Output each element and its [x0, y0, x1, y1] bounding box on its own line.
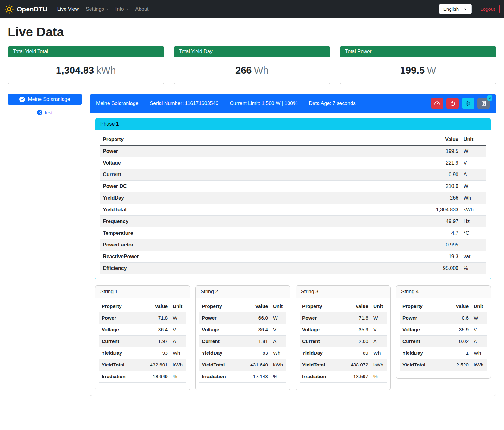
- device-info-button[interactable]: [462, 98, 474, 109]
- header-value: Value: [420, 134, 461, 146]
- nav-live-view[interactable]: Live View: [54, 4, 82, 15]
- string-body: Property Value Unit Power71.8WVoltage36.…: [95, 298, 190, 390]
- nav-live-view-label: Live View: [57, 6, 79, 12]
- row-value: 17.143: [246, 371, 271, 383]
- row-unit: °C: [461, 227, 486, 239]
- row-value: 35.9: [447, 324, 471, 336]
- total-yield-total-card: Total Yield Total 1,304.83kWh: [8, 46, 164, 84]
- inverter-panel: Meine Solaranlage Serial Number: 1161716…: [90, 94, 496, 396]
- table-row: YieldDay83Wh: [199, 347, 286, 359]
- row-unit: W: [271, 312, 286, 324]
- row-unit: W: [461, 181, 486, 192]
- row-value: 49.97: [420, 216, 461, 227]
- header-property: Property: [100, 134, 420, 146]
- row-property: YieldDay: [99, 347, 146, 359]
- table-header-row: Property Value Unit: [300, 301, 387, 312]
- phase-title: Phase 1: [95, 118, 491, 130]
- row-unit: Wh: [461, 192, 486, 204]
- table-row: Current1.81A: [199, 336, 286, 347]
- row-value: 4.7: [420, 227, 461, 239]
- nav-info[interactable]: Info: [112, 4, 132, 15]
- table-row: Voltage221.9V: [100, 157, 486, 169]
- string-card-3: String 3 Property Value Unit: [296, 285, 391, 390]
- table-row: YieldTotal431.640kWh: [199, 359, 286, 371]
- header-value: Value: [347, 301, 371, 312]
- brand-label: OpenDTU: [17, 5, 47, 13]
- table-row: PowerFactor0.995: [100, 239, 486, 251]
- row-property: YieldDay: [400, 347, 447, 359]
- limit-settings-button[interactable]: [431, 98, 443, 109]
- header-unit: Unit: [170, 301, 186, 312]
- string-title: String 1: [95, 286, 190, 298]
- nav-about[interactable]: About: [132, 4, 152, 15]
- nav-settings[interactable]: Settings: [82, 4, 112, 15]
- row-property: YieldTotal: [300, 359, 347, 371]
- table-header-row: Property Value Unit: [100, 134, 486, 146]
- string-title: String 2: [196, 286, 290, 298]
- header-unit: Unit: [461, 134, 486, 146]
- row-unit: Wh: [170, 347, 186, 359]
- header-value: Value: [447, 301, 471, 312]
- table-row: Efficiency95.000%: [100, 263, 486, 274]
- row-property: Temperature: [100, 227, 420, 239]
- caret-down-icon: [126, 9, 128, 10]
- row-unit: V: [371, 324, 387, 336]
- table-row: YieldTotal432.601kWh: [99, 359, 186, 371]
- row-unit: A: [461, 169, 486, 181]
- main-row: Meine Solaranlage test Meine Solaranlage…: [8, 94, 496, 396]
- row-unit: A: [271, 336, 286, 347]
- phase-table: Property Value Unit Power199.5WVoltage22…: [100, 134, 486, 274]
- total-yield-day-card: Total Yield Day 266Wh: [174, 46, 330, 84]
- table-row: Irradiation18.597%: [300, 371, 387, 383]
- table-row: Irradiation17.143%: [199, 371, 286, 383]
- header-unit: Unit: [271, 301, 286, 312]
- caret-down-icon: [106, 9, 109, 10]
- row-value: 1: [447, 347, 471, 359]
- sidebar-item-inverter-selected[interactable]: Meine Solaranlage: [8, 94, 82, 105]
- header-unit: Unit: [371, 301, 387, 312]
- row-value: 2.00: [347, 336, 371, 347]
- table-row: Voltage36.4V: [199, 324, 286, 336]
- table-row: YieldTotal1,304.833kWh: [100, 204, 486, 216]
- string-body: Property Value Unit Power0.6WVoltage35.9…: [396, 298, 491, 378]
- row-property: YieldDay: [100, 192, 420, 204]
- header-value: Value: [146, 301, 170, 312]
- string-card-1: String 1 Property Value Unit: [95, 285, 190, 390]
- row-value: 0.90: [420, 169, 461, 181]
- table-row: YieldTotal2.520kWh: [400, 359, 487, 371]
- row-value: 0.6: [447, 312, 471, 324]
- page-content: Live Data Total Yield Total 1,304.83kWh …: [0, 18, 504, 404]
- brand-link[interactable]: OpenDTU: [4, 4, 47, 14]
- power-toggle-button[interactable]: [446, 98, 459, 109]
- header-property: Property: [99, 301, 146, 312]
- row-unit: W: [170, 312, 186, 324]
- table-row: Power199.5W: [100, 146, 486, 157]
- language-value: English: [443, 6, 459, 12]
- row-value: 0.02: [447, 336, 471, 347]
- row-unit: V: [461, 157, 486, 169]
- language-select[interactable]: English: [439, 4, 472, 14]
- total-value: 199.5: [400, 65, 425, 76]
- row-property: Voltage: [100, 157, 420, 169]
- cpu-icon: [465, 101, 471, 106]
- row-property: Voltage: [199, 324, 246, 336]
- power-icon: [450, 101, 456, 106]
- logout-button[interactable]: Logout: [476, 4, 500, 14]
- sidebar-item-inverter-test[interactable]: test: [8, 110, 82, 115]
- row-value: 71.6: [347, 312, 371, 324]
- row-value: 199.5: [420, 146, 461, 157]
- total-unit: W: [427, 65, 436, 76]
- row-value: 431.640: [246, 359, 271, 371]
- row-value: 66.0: [246, 312, 271, 324]
- table-header-row: Property Value Unit: [400, 301, 487, 312]
- row-property: Current: [300, 336, 347, 347]
- table-row: Power66.0W: [199, 312, 286, 324]
- card-header: Total Yield Total: [8, 46, 164, 57]
- row-unit: Hz: [461, 216, 486, 227]
- row-value: 95.000: [420, 263, 461, 274]
- inverter-panel-header: Meine Solaranlage Serial Number: 1161716…: [90, 94, 496, 113]
- table-row: Voltage35.9V: [400, 324, 487, 336]
- table-row: Irradiation18.649%: [99, 371, 186, 383]
- string-table: Property Value Unit Power71.8WVoltage36.…: [99, 301, 186, 383]
- event-log-button[interactable]: 2: [477, 98, 490, 109]
